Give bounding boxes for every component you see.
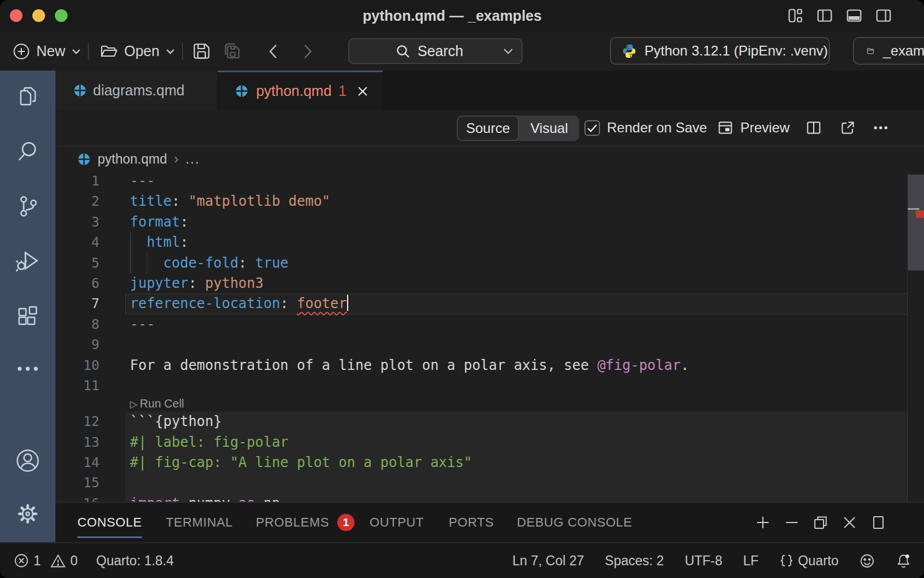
code-line[interactable]: 4 html: — [55, 232, 924, 253]
panel-tab-output[interactable]: OUTPUT — [370, 503, 424, 542]
preview-label: Preview — [740, 120, 789, 136]
quarto-file-icon — [73, 84, 87, 97]
code-line[interactable]: 10For a demonstration of a line plot on … — [55, 355, 924, 376]
tab-problem-count: 1 — [338, 83, 346, 99]
tab-diagrams-qmd[interactable]: diagrams.qmd — [55, 71, 217, 110]
code-line[interactable]: 14#| fig-cap: "A line plot on a polar ax… — [55, 453, 924, 473]
split-editor-icon[interactable] — [806, 110, 822, 146]
indentation-status[interactable]: Spaces: 2 — [605, 553, 664, 569]
code-line[interactable]: 8--- — [55, 314, 924, 335]
code-line[interactable]: 16import numpy as np — [55, 494, 924, 502]
panel-tab-debug-console[interactable]: DEBUG CONSOLE — [517, 503, 632, 542]
window-title: python.qmd — _examples — [0, 0, 904, 32]
line-number: 9 — [55, 335, 99, 355]
interpreter-label: Python 3.12.1 (PipEnv: .venv) — [644, 43, 828, 59]
restore-panel-icon[interactable] — [813, 515, 828, 530]
breadcrumb[interactable]: python.qmd › ... — [55, 147, 924, 171]
save-button[interactable] — [192, 32, 211, 71]
open-button[interactable]: Open — [99, 32, 175, 71]
panel-layout-icon[interactable] — [871, 515, 886, 530]
error-icon — [14, 553, 29, 568]
code-line[interactable]: 12```{python} — [55, 412, 924, 432]
search-icon — [396, 44, 411, 59]
problems-status[interactable]: 1 0 — [14, 553, 78, 569]
workspace-label: _examples — [883, 43, 924, 59]
code-line[interactable]: 6jupyter: python3 — [55, 273, 924, 294]
code-line[interactable]: 2title: "matplotlib demo" — [55, 191, 924, 212]
line-number: 1 — [55, 171, 99, 191]
chevron-down-icon — [166, 49, 175, 54]
tab-label: python.qmd — [256, 83, 331, 99]
explorer-icon[interactable] — [0, 84, 55, 110]
settings-gear-icon[interactable] — [0, 501, 55, 527]
visual-mode-button[interactable]: Visual — [519, 116, 579, 141]
quarto-version-status[interactable]: Quarto: 1.8.4 — [96, 553, 174, 569]
source-mode-button[interactable]: Source — [457, 116, 519, 141]
workspace-selector[interactable]: _examples — [853, 37, 924, 65]
line-number: 10 — [55, 355, 99, 376]
account-icon[interactable] — [0, 447, 55, 474]
scrollbar-thumb[interactable] — [908, 175, 924, 271]
render-on-save-checkbox[interactable]: Render on Save — [584, 110, 707, 146]
toggle-primary-sidebar-icon[interactable] — [817, 8, 833, 24]
new-button[interactable]: New — [13, 32, 81, 71]
minimize-panel-icon[interactable] — [784, 515, 799, 530]
line-number: 2 — [55, 191, 99, 212]
code-line[interactable]: 13#| label: fig-polar — [55, 432, 924, 453]
code-line[interactable]: 3format: — [55, 212, 924, 232]
line-number: 4 — [55, 232, 99, 253]
code-line[interactable]: 15 — [55, 473, 924, 493]
language-mode-status[interactable]: Quarto — [780, 553, 839, 569]
notifications-bell-icon[interactable] — [896, 553, 911, 569]
panel-tab-ports[interactable]: PORTS — [449, 503, 494, 542]
title-bar: python.qmd — _examples — [0, 0, 924, 32]
python-logo-icon — [621, 43, 637, 59]
panel-tab-problems[interactable]: PROBLEMS1 — [256, 503, 355, 542]
encoding-status[interactable]: UTF-8 — [685, 553, 722, 569]
close-tab-icon[interactable] — [356, 85, 369, 98]
new-console-icon[interactable] — [755, 515, 770, 530]
cursor-position-status[interactable]: Ln 7, Col 27 — [512, 553, 584, 569]
tab-label: diagrams.qmd — [93, 82, 184, 99]
warning-icon — [50, 554, 66, 568]
code-line[interactable]: 9 — [55, 335, 924, 355]
save-all-button[interactable] — [222, 32, 244, 71]
navigate-forward-button[interactable] — [303, 32, 313, 71]
code-line[interactable]: 1--- — [55, 171, 924, 191]
customize-layout-icon[interactable] — [787, 8, 803, 24]
toggle-secondary-sidebar-icon[interactable] — [875, 8, 892, 24]
panel-tab-console[interactable]: CONSOLE — [77, 503, 142, 542]
run-cell-codelens[interactable]: ▷Run Cell — [55, 396, 924, 412]
checkbox-checked-icon[interactable] — [584, 120, 600, 136]
interpreter-selector[interactable]: Python 3.12.1 (PipEnv: .venv) — [610, 37, 830, 65]
problems-badge: 1 — [337, 514, 355, 531]
run-debug-icon[interactable] — [0, 248, 55, 273]
more-actions-icon[interactable] — [0, 356, 55, 381]
preview-button[interactable]: Preview — [717, 110, 789, 146]
overview-cursor-marker — [908, 208, 919, 210]
toggle-panel-icon[interactable] — [846, 8, 862, 24]
folder-icon — [867, 44, 874, 58]
feedback-smiley-icon[interactable] — [859, 553, 875, 569]
close-panel-icon[interactable] — [842, 515, 857, 530]
breadcrumb-more[interactable]: ... — [185, 151, 200, 167]
breadcrumb-chevron-icon: › — [174, 151, 178, 167]
panel-tab-terminal[interactable]: TERMINAL — [166, 503, 233, 542]
navigate-back-button[interactable] — [268, 32, 278, 71]
extensions-icon[interactable] — [0, 303, 55, 328]
code-editor[interactable]: 1---2title: "matplotlib demo"3format:4 h… — [55, 171, 924, 502]
line-number: 3 — [55, 212, 99, 232]
code-line[interactable]: 7reference-location: footer — [55, 294, 924, 314]
search-input[interactable]: Search — [348, 38, 523, 64]
eol-status[interactable]: LF — [743, 553, 759, 569]
code-line[interactable]: 5 code-fold: true — [55, 253, 924, 273]
code-line[interactable]: 11 — [55, 376, 924, 396]
more-editor-actions-icon[interactable] — [872, 110, 889, 146]
line-number: 5 — [55, 253, 99, 273]
source-control-icon[interactable] — [0, 194, 55, 219]
search-sidebar-icon[interactable] — [0, 139, 55, 164]
breadcrumb-file[interactable]: python.qmd — [98, 151, 167, 167]
line-number: 6 — [55, 273, 99, 294]
open-external-icon[interactable] — [840, 110, 856, 146]
tab-python-qmd[interactable]: python.qmd 1 — [218, 71, 383, 110]
